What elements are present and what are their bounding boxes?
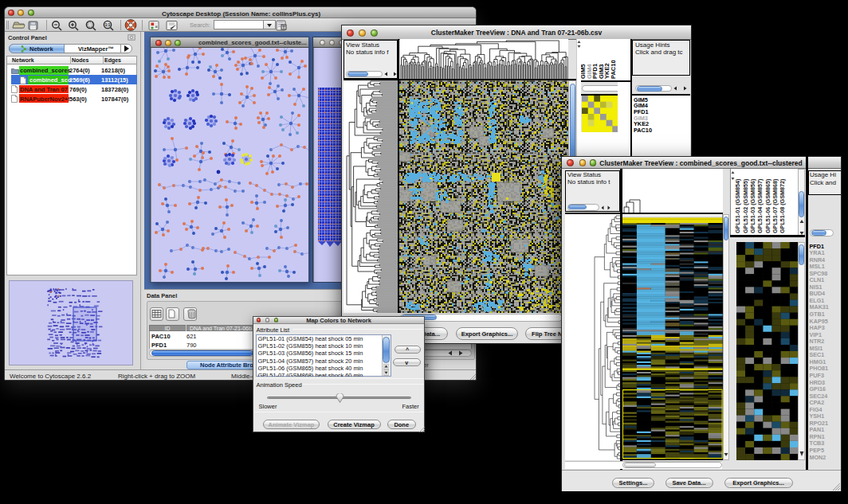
svg-text:PAC10: PAC10 <box>610 60 617 79</box>
svg-text:1:1: 1:1 <box>105 23 111 27</box>
svg-text:GPL51-08 (GSM872): GPL51-08 (GSM872) <box>779 178 786 233</box>
svg-text:GPL51-04 (GSM857): GPL51-04 (GSM857) <box>756 178 764 233</box>
svg-text:GPL51-01 (GSM854): GPL51-01 (GSM854) <box>734 178 741 233</box>
svg-text:GPL51-03 (GSM856): GPL51-03 (GSM856) <box>749 178 756 233</box>
svg-text:GPL51-06 (GSM865): GPL51-06 (GSM865) <box>764 178 771 233</box>
svg-text:GPL51-02 (GSM855): GPL51-02 (GSM855) <box>742 178 749 233</box>
svg-text:GPL51-07 (GSM868): GPL51-07 (GSM868) <box>771 178 779 233</box>
